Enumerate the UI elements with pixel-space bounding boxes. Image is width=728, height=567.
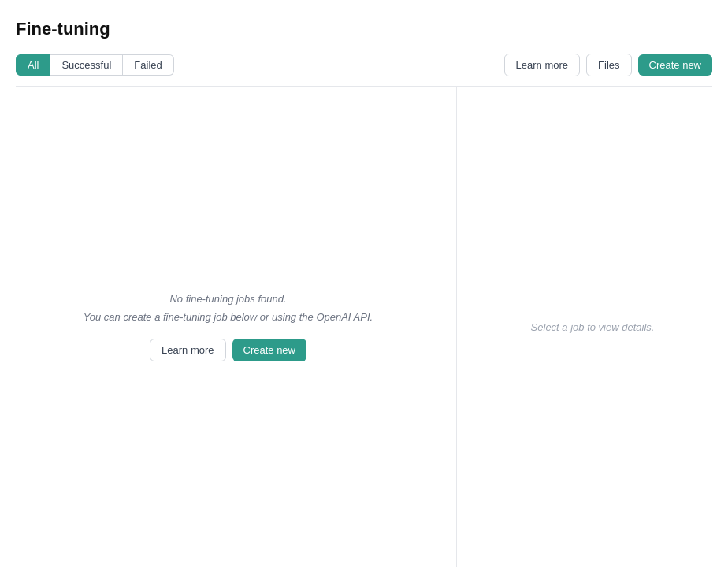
- toolbar: All Successful Failed Learn more Files C…: [16, 54, 712, 76]
- left-panel: No fine-tuning jobs found. You can creat…: [0, 87, 457, 567]
- tab-successful[interactable]: Successful: [50, 54, 123, 76]
- files-button[interactable]: Files: [586, 54, 631, 76]
- tab-all[interactable]: All: [16, 54, 50, 76]
- empty-learn-more-button[interactable]: Learn more: [150, 339, 225, 361]
- tab-group: All Successful Failed: [16, 54, 174, 76]
- empty-state: No fine-tuning jobs found. You can creat…: [84, 293, 373, 361]
- empty-state-actions: Learn more Create new: [84, 339, 373, 361]
- page-container: Fine-tuning All Successful Failed Learn …: [0, 0, 728, 87]
- header-create-new-button[interactable]: Create new: [638, 54, 712, 76]
- tab-failed[interactable]: Failed: [123, 54, 173, 76]
- select-job-text: Select a job to view details.: [531, 321, 655, 333]
- content-area: No fine-tuning jobs found. You can creat…: [0, 87, 728, 567]
- right-actions: Learn more Files Create new: [504, 54, 712, 76]
- right-panel: Select a job to view details.: [457, 87, 728, 567]
- page-title: Fine-tuning: [16, 19, 712, 39]
- empty-create-new-button[interactable]: Create new: [232, 339, 306, 361]
- empty-state-title: No fine-tuning jobs found.: [84, 293, 373, 305]
- header-learn-more-button[interactable]: Learn more: [504, 54, 580, 76]
- empty-state-subtitle: You can create a fine-tuning job below o…: [84, 311, 373, 323]
